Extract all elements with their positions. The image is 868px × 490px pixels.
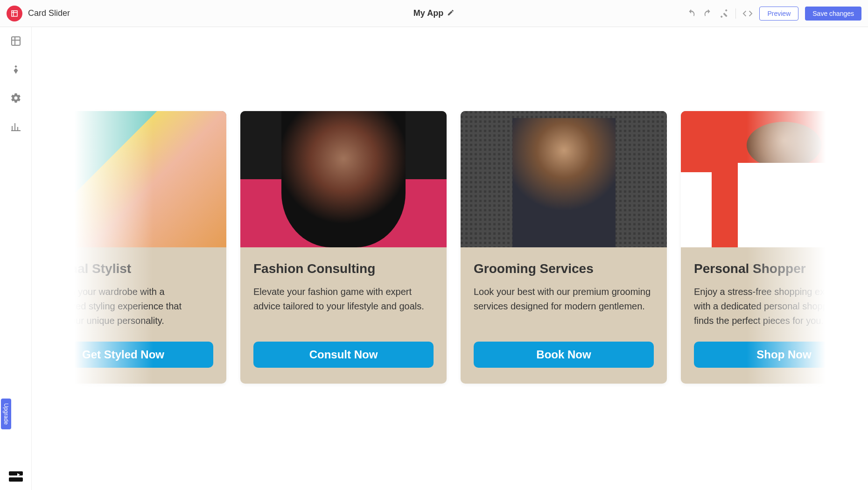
topbar-actions: Preview Save changes xyxy=(686,7,861,21)
settings-icon[interactable] xyxy=(10,92,21,105)
project-title-group: My App xyxy=(413,8,455,18)
card-grooming[interactable]: Grooming Services Look your best with ou… xyxy=(461,111,667,384)
editor-stage[interactable]: Personal Stylist Transform your wardrobe… xyxy=(32,27,868,490)
card-title: Grooming Services xyxy=(474,261,654,276)
svg-rect-0 xyxy=(12,37,20,45)
topbar-divider xyxy=(735,8,736,19)
card-fashion-consulting[interactable]: Fashion Consulting Elevate your fashion … xyxy=(240,111,447,384)
card-image xyxy=(32,111,226,247)
layout-icon[interactable] xyxy=(10,35,21,49)
project-title: My App xyxy=(413,8,443,18)
svg-rect-1 xyxy=(9,471,23,476)
card-description: Elevate your fashion game with expert ad… xyxy=(253,285,434,329)
card-cta-button[interactable]: Consult Now xyxy=(253,342,434,368)
edit-title-icon[interactable] xyxy=(447,9,455,18)
tool-icon[interactable] xyxy=(720,9,729,18)
card-image xyxy=(240,111,447,247)
preview-button[interactable]: Preview xyxy=(759,7,798,21)
card-cta-button[interactable]: Get Styled Now xyxy=(33,342,213,368)
brand-logo-icon xyxy=(9,471,23,483)
card-description: Transform your wardrobe with a personali… xyxy=(33,285,213,329)
card-cta-button[interactable]: Shop Now xyxy=(694,342,868,368)
card-slider[interactable]: Personal Stylist Transform your wardrobe… xyxy=(32,111,868,384)
save-changes-button[interactable]: Save changes xyxy=(805,7,861,21)
main: Upgrade Personal Stylist Transform your … xyxy=(0,27,868,490)
upgrade-button[interactable]: Upgrade xyxy=(1,399,11,429)
card-cta-button[interactable]: Book Now xyxy=(474,342,654,368)
card-description: Enjoy a stress-free shopping experience … xyxy=(694,285,868,329)
card-title: Personal Stylist xyxy=(33,261,213,276)
svg-rect-2 xyxy=(9,477,23,482)
app-name: Card Slider xyxy=(28,8,70,18)
undo-icon[interactable] xyxy=(686,8,696,19)
card-title: Fashion Consulting xyxy=(253,261,434,276)
analytics-icon[interactable] xyxy=(10,121,21,134)
card-image xyxy=(681,111,868,247)
topbar: Card Slider My App Preview Save changes xyxy=(0,0,868,27)
card-personal-stylist[interactable]: Personal Stylist Transform your wardrobe… xyxy=(32,111,226,384)
card-image xyxy=(461,111,667,247)
redo-icon[interactable] xyxy=(703,8,713,19)
card-personal-shopper[interactable]: Personal Shopper Enjoy a stress-free sho… xyxy=(681,111,868,384)
app-logo xyxy=(7,6,22,21)
card-title: Personal Shopper xyxy=(694,261,868,276)
design-icon[interactable] xyxy=(11,64,21,77)
code-icon[interactable] xyxy=(742,8,753,19)
left-sidebar: Upgrade xyxy=(0,27,32,490)
card-description: Look your best with our premium grooming… xyxy=(474,285,654,329)
canvas: Personal Stylist Transform your wardrobe… xyxy=(32,111,868,384)
